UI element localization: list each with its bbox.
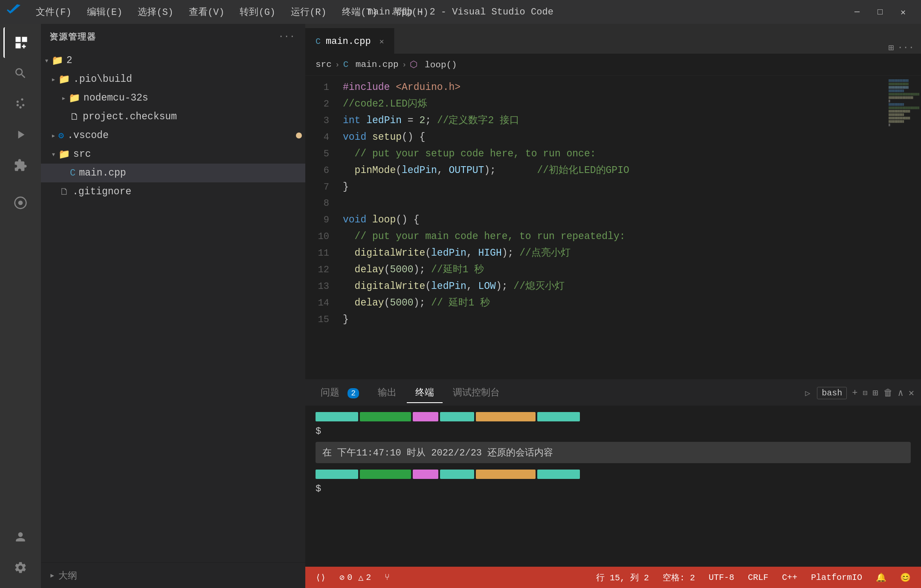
code-line-7: 7 } <box>305 179 887 196</box>
line-content-3: int ledPin = 2; //定义数字2 接口 <box>339 112 519 129</box>
close-button[interactable]: ✕ <box>892 3 914 20</box>
tc5 <box>476 412 536 421</box>
notification-bell[interactable]: 🔔 <box>872 572 890 583</box>
menu-run[interactable]: 运行(R) <box>284 4 333 20</box>
more-actions-button[interactable]: ··· <box>897 43 914 53</box>
line-num-8: 8 <box>305 196 339 212</box>
breadcrumb-file-icon: C <box>343 60 349 69</box>
terminal-close-button[interactable]: ✕ <box>909 387 914 399</box>
tree-item-root[interactable]: ▾ 📁 2 <box>41 51 305 70</box>
line-content-2: //code2.LED闪烁 <box>339 96 427 112</box>
tree-item-gitignore[interactable]: 🗋 .gitignore <box>41 182 305 201</box>
settings-activity-icon[interactable] <box>3 552 38 583</box>
sidebar-actions: ··· <box>276 30 297 44</box>
terminal-kill-button[interactable]: 🗑 <box>883 387 893 399</box>
editor-with-minimap: 1 #include <Arduino.h> 2 //code2.LED闪烁 3… <box>305 76 921 379</box>
terminal-new-button[interactable]: + <box>852 388 857 398</box>
breadcrumb-file[interactable]: C main.cpp <box>343 60 399 69</box>
outline-arrow: ▸ <box>49 570 55 581</box>
code-line-15: 15 } <box>305 311 887 328</box>
tc6-2 <box>537 470 580 479</box>
minimize-button[interactable]: ─ <box>846 3 868 20</box>
line-ending-label: CRLF <box>748 573 768 582</box>
main-layout: 资源管理器 ··· ▾ 📁 2 ▸ 📁 .pio\build ▸ 📁 no <box>0 24 921 588</box>
error-count: 0 <box>347 573 352 582</box>
tree-arrow-vscode: ▸ <box>51 131 56 140</box>
platformio-activity-icon[interactable] <box>3 187 38 218</box>
code-line-11: 11 digitalWrite(ledPin, HIGH); //点亮小灯 <box>305 245 887 262</box>
sidebar-more-button[interactable]: ··· <box>276 30 297 44</box>
tree-label-checksum: project.checksum <box>83 111 177 122</box>
menu-view[interactable]: 查看(V) <box>182 4 232 20</box>
code-editor[interactable]: 1 #include <Arduino.h> 2 //code2.LED闪烁 3… <box>305 76 887 379</box>
menu-select[interactable]: 选择(S) <box>131 4 180 20</box>
errors-warnings[interactable]: ⊘ 0 △ 2 <box>336 572 374 583</box>
code-line-14: 14 delay(5000); // 延时1 秒 <box>305 295 887 311</box>
terminal-bash-label: bash <box>817 387 847 399</box>
breadcrumb-src[interactable]: src <box>316 60 332 69</box>
outline-section[interactable]: ▸ 大纲 <box>41 562 305 588</box>
terminal-split-button[interactable]: ⊟ <box>863 388 867 398</box>
tc4 <box>440 412 474 421</box>
tab-bar: C main.cpp ✕ ⊞ ··· <box>305 24 921 54</box>
tree-item-main-cpp[interactable]: C main.cpp <box>41 164 305 182</box>
menu-edit[interactable]: 编辑(E) <box>80 4 130 20</box>
maximize-button[interactable]: □ <box>869 3 891 20</box>
encoding[interactable]: UTF-8 <box>705 573 738 582</box>
warning-count: 2 <box>366 573 371 582</box>
menu-goto[interactable]: 转到(G) <box>233 4 282 20</box>
search-activity-icon[interactable] <box>3 58 38 89</box>
breadcrumb-function[interactable]: ⬡ loop() <box>410 59 457 70</box>
terminal-panel-button[interactable]: ⊞ <box>872 387 878 399</box>
tc2 <box>360 412 411 421</box>
activity-bar-bottom <box>3 522 38 588</box>
menu-file[interactable]: 文件(F) <box>29 4 78 20</box>
tree-arrow-src: ▾ <box>51 150 56 159</box>
account-activity-icon[interactable] <box>3 522 38 552</box>
breadcrumb: src › C main.cpp › ⬡ loop() <box>305 54 921 76</box>
extensions-activity-icon[interactable] <box>3 150 38 181</box>
tree-item-src[interactable]: ▾ 📁 src <box>41 145 305 164</box>
file-icon-checksum: 🗋 <box>70 111 79 123</box>
split-editor-button[interactable]: ⊞ <box>888 42 894 54</box>
remote-button[interactable]: ⟨⟩ <box>312 572 329 583</box>
source-control-activity-icon[interactable] <box>3 89 38 119</box>
tree-item-vscode[interactable]: ▸ ⚙ .vscode <box>41 126 305 145</box>
run-activity-icon[interactable] <box>3 119 38 150</box>
error-icon: ⊘ <box>339 572 345 583</box>
tc1-2 <box>316 470 358 479</box>
tab-terminal[interactable]: 终端 <box>407 383 443 403</box>
tc5-2 <box>476 470 536 479</box>
tab-main-cpp[interactable]: C main.cpp ✕ <box>305 28 394 54</box>
file-icon-gitignore: 🗋 <box>60 186 69 198</box>
tree-item-pio-build[interactable]: ▸ 📁 .pio\build <box>41 70 305 89</box>
line-content-5: // put your setup code here, to run once… <box>339 146 596 162</box>
minimap-content: █████████████ █████████████ ████████████… <box>887 76 921 130</box>
tree-label-pio-build: .pio\build <box>73 74 132 85</box>
title-bar: 文件(F) 编辑(E) 选择(S) 查看(V) 转到(G) 运行(R) 终端(T… <box>0 0 921 24</box>
line-ending[interactable]: CRLF <box>744 573 772 582</box>
minimap: █████████████ █████████████ ████████████… <box>887 76 921 379</box>
line-content-7: } <box>339 179 349 195</box>
indentation[interactable]: 空格: 2 <box>659 572 698 583</box>
file-tree: ▾ 📁 2 ▸ 📁 .pio\build ▸ 📁 nodemcu-32s 🗋 p… <box>41 49 305 562</box>
line-num-13: 13 <box>305 279 339 295</box>
terminal-expand-button[interactable]: ∧ <box>898 387 904 399</box>
tab-debug-console[interactable]: 调试控制台 <box>444 383 508 403</box>
tree-item-checksum[interactable]: 🗋 project.checksum <box>41 107 305 126</box>
explorer-activity-icon[interactable] <box>3 27 38 58</box>
language-mode[interactable]: C++ <box>779 573 801 582</box>
tab-close-button[interactable]: ✕ <box>379 37 384 46</box>
tab-label-main-cpp: main.cpp <box>326 36 371 47</box>
platformio-status[interactable]: PlatformIO <box>808 573 866 582</box>
tree-item-nodemcu[interactable]: ▸ 📁 nodemcu-32s <box>41 89 305 107</box>
file-icon-main-cpp: C <box>70 168 75 179</box>
status-bar: ⟨⟩ ⊘ 0 △ 2 ⑂ 行 15, 列 2 空格: 2 <box>305 567 921 588</box>
feedback-button[interactable]: 😊 <box>897 572 914 583</box>
tab-output[interactable]: 输出 <box>369 383 405 403</box>
line-num-9: 9 <box>305 212 339 228</box>
tab-problems[interactable]: 问题 2 <box>312 383 368 403</box>
code-line-9: 9 void loop() { <box>305 212 887 228</box>
cursor-position[interactable]: 行 15, 列 2 <box>593 572 652 583</box>
branch-name[interactable]: ⑂ <box>381 573 393 582</box>
